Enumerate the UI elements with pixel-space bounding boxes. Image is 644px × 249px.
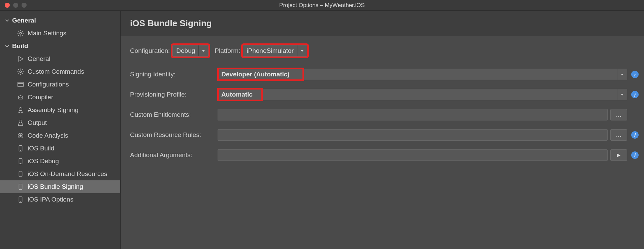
sidebar-item-label: Code Analysis: [28, 132, 68, 139]
device-icon: [17, 183, 24, 190]
browse-button[interactable]: …: [610, 129, 627, 141]
main-panel: iOS Bundle Signing Configuration: Debug …: [121, 11, 644, 249]
sidebar-item-main-settings[interactable]: Main Settings: [0, 27, 120, 40]
info-icon[interactable]: i: [631, 71, 639, 78]
info-icon[interactable]: i: [631, 131, 639, 139]
provisioning-profile-label: Provisioning Profile:: [130, 91, 218, 98]
sidebar-item-output[interactable]: Output: [0, 116, 120, 129]
info-icon[interactable]: i: [631, 91, 639, 98]
sidebar-item-label: Compiler: [28, 94, 53, 101]
sidebar-item-label: Main Settings: [28, 30, 66, 37]
device-icon: [17, 196, 24, 203]
sidebar-item-label: General: [28, 55, 51, 63]
sidebar-item-ios-ondemand[interactable]: iOS On-Demand Resources: [0, 168, 120, 180]
run-button[interactable]: ►: [610, 149, 627, 161]
device-icon: [17, 170, 24, 178]
sidebar-item-custom-commands[interactable]: Custom Commands: [0, 65, 120, 78]
sidebar-item-configurations[interactable]: Configurations: [0, 78, 120, 91]
browse-button[interactable]: …: [610, 109, 627, 120]
provisioning-profile-dropdown[interactable]: Automatic: [218, 89, 627, 100]
chevron-down-icon: [5, 18, 9, 23]
gear-icon: [17, 30, 24, 37]
svg-point-2: [20, 71, 22, 73]
sidebar-item-compiler[interactable]: Compiler: [0, 91, 120, 104]
svg-marker-1: [19, 57, 23, 62]
flask-icon: [17, 119, 24, 127]
custom-entitlements-label: Custom Entitlements:: [130, 111, 218, 118]
sidebar-section-label: General: [12, 17, 36, 24]
sidebar-item-label: Output: [28, 119, 47, 127]
chevron-down-icon: [617, 69, 627, 80]
svg-point-9: [19, 108, 22, 111]
info-icon[interactable]: i: [631, 151, 639, 159]
window-titlebar: Project Options – MyWeather.iOS: [0, 0, 644, 11]
platform-value: iPhoneSimulator: [243, 45, 297, 56]
chevron-down-icon: [297, 45, 307, 56]
sidebar-item-label: iOS Debug: [28, 157, 59, 165]
robot-icon: [17, 94, 24, 101]
sidebar-item-label: iOS Build: [28, 145, 54, 152]
traffic-lights: [0, 3, 27, 8]
svg-marker-23: [301, 50, 303, 52]
sidebar-item-label: Configurations: [28, 81, 69, 88]
platform-dropdown[interactable]: iPhoneSimulator: [243, 45, 307, 57]
play-icon: [17, 55, 24, 63]
maximize-window-button[interactable]: [22, 3, 27, 8]
custom-resource-rules-label: Custom Resource Rules:: [130, 131, 218, 139]
svg-marker-22: [202, 50, 205, 52]
custom-entitlements-input[interactable]: [218, 109, 608, 120]
sidebar-item-ios-bundle-signing[interactable]: iOS Bundle Signing: [0, 180, 120, 193]
device-icon: [17, 157, 24, 165]
sidebar-item-label: iOS Bundle Signing: [28, 183, 83, 190]
svg-marker-25: [621, 94, 623, 96]
sidebar-item-label: Assembly Signing: [28, 106, 78, 114]
window-title: Project Options – MyWeather.iOS: [0, 2, 644, 9]
svg-point-7: [21, 97, 22, 98]
badge-icon: [17, 106, 24, 114]
page-title: iOS Bundle Signing: [130, 18, 635, 29]
sidebar-item-ios-build[interactable]: iOS Build: [0, 142, 120, 155]
svg-marker-24: [621, 74, 623, 75]
platform-label: Platform:: [215, 47, 240, 55]
signing-identity-label: Signing Identity:: [130, 71, 218, 78]
chevron-down-icon: [5, 44, 9, 48]
provisioning-profile-value: Automatic: [218, 89, 617, 100]
svg-rect-3: [18, 82, 24, 87]
sidebar-item-code-analysis[interactable]: Code Analysis: [0, 129, 120, 142]
sidebar-item-ios-debug[interactable]: iOS Debug: [0, 155, 120, 168]
chevron-down-icon: [617, 89, 627, 100]
configuration-dropdown[interactable]: Debug: [172, 45, 208, 57]
additional-arguments-input[interactable]: [218, 149, 608, 161]
configuration-label: Configuration:: [130, 47, 170, 55]
gear-icon: [17, 68, 24, 75]
svg-point-0: [20, 32, 22, 34]
sidebar-item-label: iOS On-Demand Resources: [28, 170, 107, 178]
chevron-down-icon: [198, 45, 208, 56]
target-icon: [17, 132, 24, 139]
sidebar-section-label: Build: [12, 42, 28, 50]
sidebar-section-build[interactable]: Build: [0, 40, 120, 52]
signing-identity-dropdown[interactable]: Developer (Automatic): [218, 69, 627, 80]
sidebar-item-label: Custom Commands: [28, 68, 84, 75]
sidebar-item-assembly-signing[interactable]: Assembly Signing: [0, 104, 120, 116]
config-row: Configuration: Debug Platform: iPhoneSim…: [122, 45, 639, 57]
svg-point-6: [19, 97, 20, 98]
additional-arguments-label: Additional Arguments:: [130, 151, 218, 159]
sidebar: General Main Settings Build General Cust…: [0, 11, 121, 249]
sidebar-item-build-general[interactable]: General: [0, 52, 120, 65]
custom-resource-rules-input[interactable]: [218, 129, 608, 141]
device-icon: [17, 145, 24, 152]
main-header: iOS Bundle Signing: [121, 11, 644, 36]
minimize-window-button[interactable]: [13, 3, 18, 8]
configuration-value: Debug: [173, 45, 198, 56]
close-window-button[interactable]: [5, 3, 10, 8]
window-icon: [17, 81, 24, 88]
sidebar-section-general[interactable]: General: [0, 14, 120, 27]
sidebar-item-label: iOS IPA Options: [28, 196, 73, 203]
sidebar-item-ios-ipa-options[interactable]: iOS IPA Options: [0, 193, 120, 206]
signing-identity-value: Developer (Automatic): [218, 69, 617, 80]
svg-point-11: [20, 135, 22, 137]
